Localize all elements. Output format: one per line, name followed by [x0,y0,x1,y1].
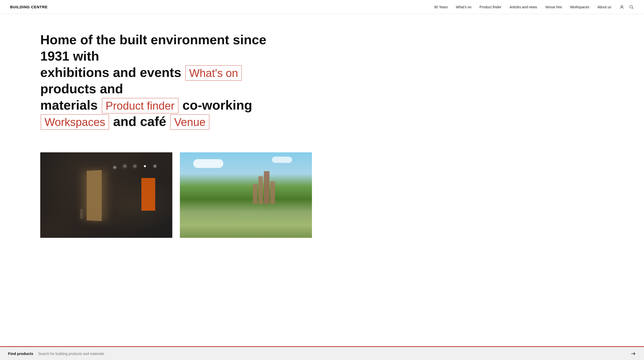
nav-whats-on[interactable]: What's on [456,5,471,9]
orange-panel-detail [141,178,155,211]
person-silhouette [80,209,83,219]
nav-venue-hire[interactable]: Venue hire [545,5,562,9]
site-logo[interactable]: BUILDING CENTRE [10,5,48,9]
user-icon[interactable] [619,5,624,10]
main-nav: BUILDING CENTRE 90 Years What's on Produ… [0,0,644,14]
exhibition-image-card[interactable] [40,152,172,238]
building-1 [253,184,257,204]
building-2 [258,176,263,204]
nav-workspaces[interactable]: Workspaces [570,5,589,9]
nav-icons [619,5,634,10]
cloud-1 [193,159,223,168]
product-finder-tag-button[interactable]: Product finder [102,98,178,113]
hero-section: Home of the built environment since 1931… [0,14,352,145]
featured-images [0,145,352,238]
hero-text: Home of the built environment since 1931… [40,32,267,130]
aerial-image [180,152,312,238]
aerial-image-card[interactable] [180,152,312,238]
hero-text-part6: and café [113,114,166,129]
nav-90-years[interactable]: 90 Years [434,5,448,9]
nav-about-us[interactable]: About us [597,5,611,9]
workspaces-tag-button[interactable]: Workspaces [41,114,109,130]
cloud-2 [272,157,292,163]
venue-tag-button[interactable]: Venue [170,114,209,130]
building-3 [264,171,269,204]
hero-text-part3: products and [40,81,123,96]
svg-line-2 [632,8,633,9]
whats-on-tag-button[interactable]: What's on [185,65,242,81]
nav-links: 90 Years What's on Product finder Articl… [434,5,611,9]
hero-text-part2: exhibitions and events [40,65,181,80]
svg-point-0 [621,5,623,7]
search-icon[interactable] [629,5,634,10]
hero-text-part5: co-working [182,98,252,112]
hero-text-part4: materials [40,98,98,112]
building-4 [270,181,275,204]
lights-detail [144,165,146,167]
nav-product-finder[interactable]: Product finder [479,5,501,9]
buildings-silhouette [253,171,275,204]
hero-text-part1: Home of the built environment since 1931… [40,32,266,63]
nav-articles-news[interactable]: Articles and news [509,5,537,9]
svg-point-1 [630,5,632,8]
exhibition-image [40,152,172,238]
